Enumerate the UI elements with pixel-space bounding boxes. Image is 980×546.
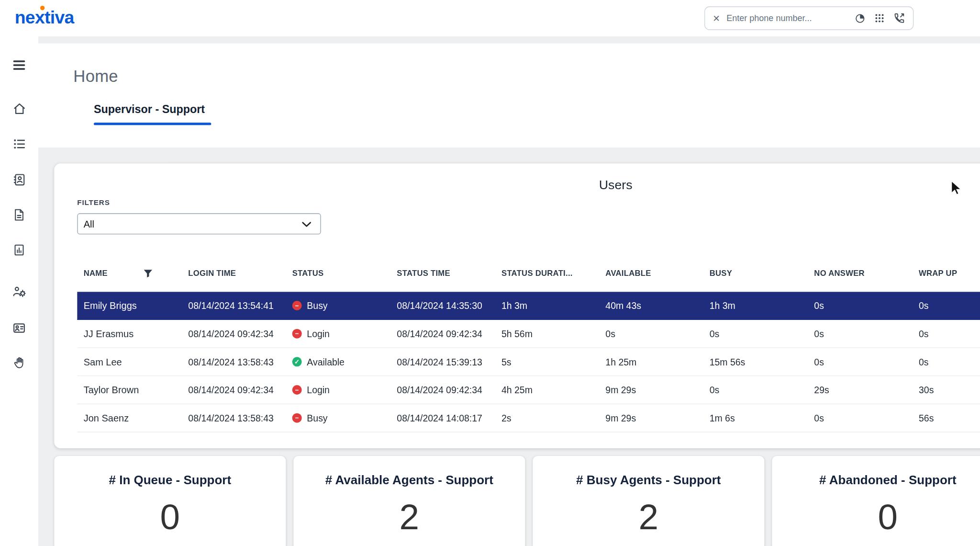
team-settings-icon[interactable] bbox=[11, 284, 27, 299]
filter-selected-value: All bbox=[84, 218, 94, 229]
queues-list-icon[interactable] bbox=[11, 136, 27, 151]
column-label: STATUS bbox=[292, 269, 324, 278]
logo-text: nextiva bbox=[15, 8, 74, 27]
column-header-8[interactable]: WRAP UP bbox=[913, 269, 980, 278]
nextiva-logo[interactable]: nextiva bbox=[15, 8, 74, 28]
cell-busy: 1m 6s bbox=[703, 404, 808, 432]
cell-status: −Login bbox=[286, 376, 390, 403]
cell-no-answer: 0s bbox=[808, 348, 913, 375]
cell-status: −Busy bbox=[286, 292, 390, 319]
raise-hand-icon[interactable] bbox=[11, 355, 27, 370]
logo-dot bbox=[40, 6, 45, 10]
users-table: NAMELOGIN TIMESTATUSSTATUS TIMESTATUS DU… bbox=[77, 263, 980, 432]
main-content: Home Supervisor - Support Users FILTERS … bbox=[38, 36, 980, 546]
cell-wrap-up: 0s bbox=[913, 292, 980, 319]
kpi-card-3: # Abandoned - Support0 bbox=[772, 456, 980, 546]
page-title: Home bbox=[38, 44, 980, 86]
cell-available: 1h 25m bbox=[599, 348, 703, 375]
column-label: BUSY bbox=[710, 269, 732, 278]
cell-login-time: 08/14/2024 09:42:34 bbox=[182, 320, 286, 347]
kpi-value: 0 bbox=[772, 496, 980, 538]
cell-wrap-up: 30s bbox=[913, 376, 980, 403]
kpi-title: # In Queue - Support bbox=[54, 473, 286, 488]
cell-available: 9m 29s bbox=[599, 404, 703, 432]
tab-label: Supervisor - Support bbox=[94, 103, 211, 116]
status-label: Busy bbox=[307, 300, 327, 310]
cell-name: Sam Lee bbox=[77, 348, 182, 375]
cell-status-time: 08/14/2024 09:42:34 bbox=[390, 320, 495, 347]
cell-no-answer: 0s bbox=[808, 404, 913, 432]
table-body: Emily Briggs08/14/2024 13:54:41−Busy08/1… bbox=[77, 292, 980, 432]
cell-wrap-up: 56s bbox=[913, 404, 980, 432]
kpi-card-1: # Available Agents - Support2 bbox=[293, 456, 525, 546]
status-label: Available bbox=[307, 357, 345, 367]
column-header-4[interactable]: STATUS DURATI... bbox=[495, 269, 599, 278]
status-busy-icon: − bbox=[292, 301, 302, 310]
cell-busy: 1h 3m bbox=[703, 292, 808, 319]
phone-dialer-box: ✕ bbox=[704, 6, 913, 30]
hero-section: Home Supervisor - Support bbox=[38, 44, 980, 148]
column-header-5[interactable]: AVAILABLE bbox=[599, 269, 703, 278]
cell-name: Emily Briggs bbox=[77, 292, 182, 319]
app-window: nextiva ✕ bbox=[0, 0, 980, 546]
table-row[interactable]: Sam Lee08/14/2024 13:58:43✓Available08/1… bbox=[77, 348, 980, 376]
table-header-row: NAMELOGIN TIMESTATUSSTATUS TIMESTATUS DU… bbox=[77, 263, 980, 284]
pie-chart-icon[interactable] bbox=[854, 12, 866, 24]
kpi-value: 2 bbox=[533, 496, 764, 538]
report-chart-icon[interactable] bbox=[11, 242, 27, 257]
cell-busy: 15m 56s bbox=[703, 348, 808, 375]
column-label: STATUS TIME bbox=[397, 269, 450, 278]
status-login-icon: − bbox=[292, 385, 302, 395]
contacts-book-icon[interactable] bbox=[11, 172, 27, 187]
kpi-title: # Abandoned - Support bbox=[772, 473, 980, 488]
home-icon[interactable] bbox=[11, 101, 27, 116]
kpi-value: 0 bbox=[54, 496, 286, 538]
tab-supervisor-support[interactable]: Supervisor - Support bbox=[94, 103, 211, 125]
kpi-title: # Busy Agents - Support bbox=[533, 473, 764, 488]
cell-wrap-up: 0s bbox=[913, 320, 980, 347]
table-row[interactable]: Jon Saenz08/14/2024 13:58:43−Busy08/14/2… bbox=[77, 404, 980, 432]
kpi-title: # Available Agents - Support bbox=[293, 473, 525, 488]
cell-no-answer: 0s bbox=[808, 292, 913, 319]
cell-busy: 0s bbox=[703, 320, 808, 347]
table-row[interactable]: JJ Erasmus08/14/2024 09:42:34−Login08/14… bbox=[77, 320, 980, 348]
cell-status-time: 08/14/2024 14:08:17 bbox=[390, 404, 495, 432]
column-label: STATUS DURATI... bbox=[501, 269, 573, 278]
column-header-0[interactable]: NAME bbox=[77, 269, 182, 278]
cell-name: Taylor Brown bbox=[77, 376, 182, 403]
cell-status-duration: 1h 3m bbox=[495, 292, 599, 319]
agent-badge-icon[interactable] bbox=[11, 320, 27, 335]
menu-icon[interactable] bbox=[11, 57, 27, 73]
document-icon[interactable] bbox=[11, 207, 27, 222]
cell-status-time: 08/14/2024 09:42:34 bbox=[390, 376, 495, 403]
cell-no-answer: 29s bbox=[808, 376, 913, 403]
status-label: Busy bbox=[307, 413, 327, 423]
table-row[interactable]: Emily Briggs08/14/2024 13:54:41−Busy08/1… bbox=[77, 292, 980, 320]
status-available-icon: ✓ bbox=[292, 357, 302, 366]
status-busy-icon: − bbox=[292, 413, 302, 423]
clear-x-icon[interactable]: ✕ bbox=[713, 14, 720, 23]
cell-status-duration: 2s bbox=[495, 404, 599, 432]
sidebar bbox=[0, 36, 38, 546]
kpi-row: # In Queue - Support0# Available Agents … bbox=[54, 456, 980, 546]
cell-busy: 0s bbox=[703, 376, 808, 403]
outgoing-call-icon[interactable] bbox=[893, 12, 905, 24]
cell-login-time: 08/14/2024 13:58:43 bbox=[182, 348, 286, 375]
cell-name: JJ Erasmus bbox=[77, 320, 182, 347]
column-header-7[interactable]: NO ANSWER bbox=[808, 269, 913, 278]
dialpad-icon[interactable] bbox=[874, 13, 885, 24]
cell-login-time: 08/14/2024 13:54:41 bbox=[182, 292, 286, 319]
table-row[interactable]: Taylor Brown08/14/2024 09:42:34−Login08/… bbox=[77, 376, 980, 404]
column-header-2[interactable]: STATUS bbox=[286, 269, 390, 278]
column-label: LOGIN TIME bbox=[188, 269, 236, 278]
phone-number-input[interactable] bbox=[726, 13, 848, 23]
cell-status-duration: 5h 56m bbox=[495, 320, 599, 347]
column-label: NO ANSWER bbox=[814, 269, 864, 278]
column-header-3[interactable]: STATUS TIME bbox=[390, 269, 495, 278]
cell-status-duration: 5s bbox=[495, 348, 599, 375]
column-header-6[interactable]: BUSY bbox=[703, 269, 808, 278]
column-header-1[interactable]: LOGIN TIME bbox=[182, 269, 286, 278]
cell-status: −Login bbox=[286, 320, 390, 347]
filter-select[interactable]: All bbox=[77, 213, 321, 234]
filter-funnel-icon[interactable] bbox=[143, 269, 152, 277]
